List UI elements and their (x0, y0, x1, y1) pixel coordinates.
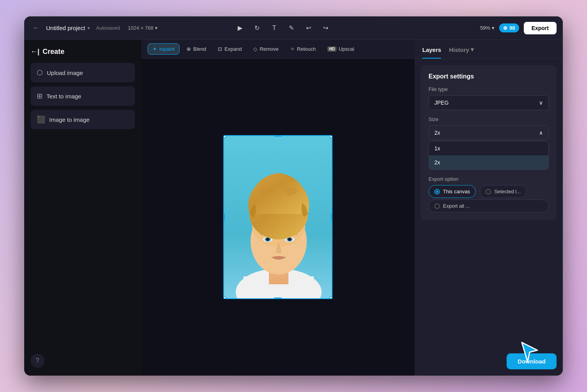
sidebar-back-icon: ←| (30, 48, 39, 56)
text-tool-button[interactable]: T (269, 23, 280, 34)
text-to-image-label: Text to image (46, 93, 81, 100)
pen-tool-button[interactable]: ✎ (286, 23, 297, 34)
export-all-option[interactable]: Export all ... (429, 200, 549, 212)
this-canvas-option[interactable]: This canvas (429, 185, 476, 198)
size-option-1x[interactable]: 1x (429, 141, 548, 155)
selected-layer-option[interactable]: Selected l... (480, 185, 527, 198)
image-to-image-label: Image to image (49, 116, 89, 123)
svg-marker-13 (522, 342, 537, 362)
select-tool-button[interactable]: ▶ (235, 23, 245, 34)
retouch-icon: ✧ (290, 46, 295, 52)
image-to-image-button[interactable]: ⬛ Image to image (30, 110, 135, 129)
file-type-chevron-icon: ∨ (539, 100, 543, 106)
canvas-area: ✦ Inpaint ⊕ Blend ⊡ Expand ◇ Remove ✧ (141, 40, 414, 376)
project-title[interactable]: Untitled project ▾ (46, 25, 90, 31)
app-header: ← Untitled project ▾ Autosaved 1024 × 76… (24, 16, 563, 40)
canvas-handle-mr[interactable] (331, 213, 333, 221)
export-button[interactable]: Export (524, 22, 557, 34)
zoom-value: 59% (480, 25, 490, 31)
canvas-handle-br[interactable] (329, 296, 333, 299)
zoom-control[interactable]: 59% ▾ (480, 25, 495, 31)
size-2x-label: 2x (434, 159, 440, 166)
size-option-2x[interactable]: 2x (429, 155, 548, 169)
this-canvas-radio (434, 189, 440, 194)
credits-count: 98 (509, 25, 515, 31)
title-chevron-icon: ▾ (87, 25, 90, 31)
expand-tool-button[interactable]: ⊡ Expand (213, 44, 246, 54)
hd-label: HD (327, 46, 336, 52)
tab-layers[interactable]: Layers (422, 46, 441, 59)
file-type-label: File type (429, 86, 549, 92)
expand-label: Expand (224, 46, 242, 52)
export-settings-panel: Export settings File type JPEG ∨ Size 2x (421, 65, 557, 220)
svg-point-11 (288, 238, 292, 241)
export-option-label: Export option (429, 176, 549, 182)
svg-point-10 (266, 238, 270, 241)
history-label: History (449, 46, 469, 53)
help-button[interactable]: ? (30, 354, 44, 368)
blend-icon: ⊕ (187, 46, 191, 52)
upscal-label: Upscal (339, 46, 354, 52)
left-sidebar: ←| Create ⬡ Upload image ⊞ Text to image… (24, 40, 141, 376)
size-current-value: 2x (434, 130, 440, 136)
tool-group: ▶ ↻ T ✎ ↩ ↪ (235, 23, 331, 34)
selected-label: Selected l... (494, 189, 521, 194)
sidebar-header: ←| Create (30, 48, 135, 56)
upload-image-label: Upload image (47, 69, 83, 76)
size-1x-label: 1x (434, 145, 440, 151)
canvas-handle-bm[interactable] (274, 298, 282, 299)
retouch-tool-button[interactable]: ✧ Retouch (286, 44, 320, 54)
size-chevron-icon: ∧ (539, 130, 543, 136)
inpaint-tool-button[interactable]: ✦ Inpaint (148, 43, 180, 55)
upload-image-icon: ⬡ (37, 68, 43, 77)
redo-button[interactable]: ↪ (320, 23, 331, 34)
inpaint-label: Inpaint (159, 46, 174, 52)
remove-tool-button[interactable]: ◇ Remove (249, 44, 283, 54)
upscal-tool-button[interactable]: HD Upscal (323, 44, 359, 54)
blend-tool-button[interactable]: ⊕ Blend (182, 44, 211, 54)
canvas-handle-ml[interactable] (223, 213, 225, 221)
selected-radio (486, 189, 491, 194)
expand-icon: ⊡ (218, 46, 222, 52)
canvas-wrapper[interactable] (141, 59, 414, 376)
size-dropdown: 1x 2x (429, 141, 549, 170)
sidebar-title: Create (43, 48, 64, 56)
main-content: ←| Create ⬡ Upload image ⊞ Text to image… (24, 40, 563, 376)
export-option-row: This canvas Selected l... (429, 185, 549, 198)
dimensions-value: 1024 × 768 (128, 25, 153, 31)
portrait-image (224, 136, 333, 299)
credits-icon: ⊕ (503, 25, 507, 31)
size-dropdown-header[interactable]: 2x ∧ (429, 125, 549, 140)
right-panel: Layers History ▾ Export settings File ty… (414, 40, 563, 376)
file-type-field: File type JPEG ∨ (429, 86, 549, 110)
tab-history[interactable]: History ▾ (449, 46, 474, 59)
download-area: Download (414, 347, 563, 376)
size-label: Size (429, 116, 549, 122)
header-right-section: 59% ▾ ⊕ 98 Export (480, 22, 557, 34)
this-canvas-label: This canvas (443, 189, 470, 194)
size-field: Size 2x ∧ 1x 2x (429, 116, 549, 170)
blend-label: Blend (193, 46, 206, 52)
text-to-image-icon: ⊞ (37, 92, 43, 100)
cursor-arrow (520, 340, 539, 364)
credits-badge: ⊕ 98 (499, 23, 519, 32)
zoom-chevron-icon: ▾ (492, 25, 495, 31)
back-icon: ← (32, 24, 39, 32)
inpaint-icon: ✦ (153, 46, 157, 52)
help-icon: ? (36, 357, 39, 364)
canvas-handle-tm[interactable] (274, 135, 282, 137)
back-button[interactable]: ← (30, 23, 41, 34)
file-type-select[interactable]: JPEG ∨ (429, 95, 549, 110)
retouch-label: Retouch (297, 46, 316, 52)
dimensions-chevron-icon: ▾ (155, 25, 158, 31)
autosaved-status: Autosaved (96, 25, 120, 31)
dimensions-control[interactable]: 1024 × 768 ▾ (128, 25, 158, 31)
rotate-tool-button[interactable]: ↻ (252, 23, 263, 34)
canvas-image[interactable] (223, 135, 333, 299)
undo-button[interactable]: ↩ (303, 23, 314, 34)
panel-tabs: Layers History ▾ (414, 40, 563, 59)
file-type-value: JPEG (434, 100, 449, 106)
text-to-image-button[interactable]: ⊞ Text to image (30, 86, 135, 106)
upload-image-button[interactable]: ⬡ Upload image (30, 63, 135, 82)
image-to-image-icon: ⬛ (37, 115, 45, 124)
